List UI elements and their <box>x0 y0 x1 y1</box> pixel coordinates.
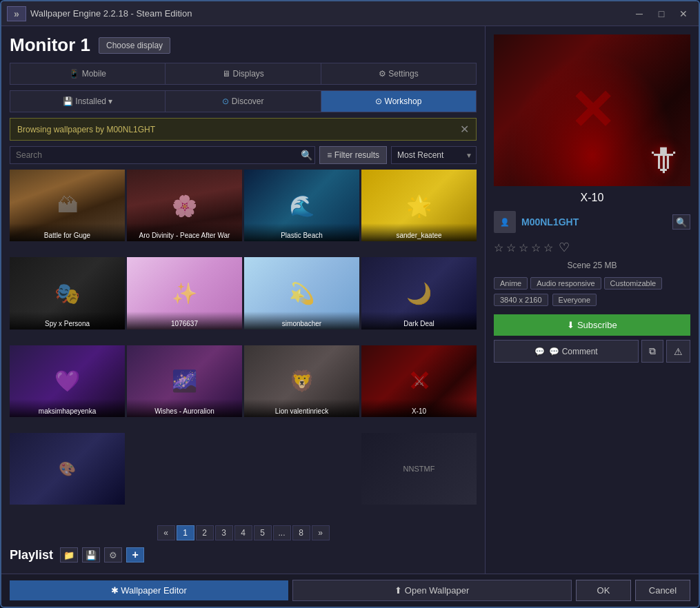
playlist-settings-button[interactable]: ⚙ <box>104 547 122 563</box>
wallpaper-grid: 🏔 Battle for Guge 🌸 Aro Divinity - Peace… <box>10 170 477 518</box>
page-5-button[interactable]: 5 <box>254 525 272 540</box>
grid-item-3[interactable]: 🌊 Plastic Beach <box>244 170 359 241</box>
page-ellipsis-button: ... <box>273 525 291 540</box>
page-4-button[interactable]: 4 <box>234 525 252 540</box>
x10-mark-decoration: ✕ <box>569 79 615 143</box>
ok-button[interactable]: OK <box>576 580 631 601</box>
favorite-button[interactable]: ♡ <box>559 240 570 255</box>
grid-item-label-4: sander_kaatee <box>361 223 477 241</box>
page-next-button[interactable]: » <box>312 525 330 540</box>
star-2[interactable]: ☆ <box>506 241 516 254</box>
grid-item-label-8: Dark Deal <box>361 312 477 330</box>
report-button[interactable]: ⚠ <box>666 340 690 363</box>
grid-item-9[interactable]: 💜 maksimhapeyenka <box>10 345 125 417</box>
expand-button[interactable]: » <box>7 6 26 21</box>
copy-icon: ⧉ <box>649 345 656 357</box>
tab-mobile[interactable]: 📱 Mobile <box>10 63 166 84</box>
grid-item-label-5: Spy x Persona <box>10 312 125 330</box>
tag-audio-responsive[interactable]: Audio responsive <box>530 277 601 290</box>
page-8-button[interactable]: 8 <box>292 525 310 540</box>
sort-wrapper: Most Recent Most Popular Top Rated Most … <box>391 146 477 164</box>
star-3[interactable]: ☆ <box>519 241 528 254</box>
monitor-header: Monitor 1 Choose display <box>10 34 477 56</box>
grid-item-label-12: X-10 <box>361 399 477 417</box>
grid-item-label-11: Lion valentinrieck <box>244 399 359 417</box>
browse-close-button[interactable]: ✕ <box>460 123 469 136</box>
page-3-button[interactable]: 3 <box>215 525 233 540</box>
tab-displays[interactable]: 🖥 Displays <box>166 63 321 84</box>
workshop-icon: ⊙ <box>375 97 382 106</box>
author-row: 👤 M00NL1GHT 🔍 <box>494 211 690 233</box>
grid-item-6[interactable]: ✨ 1076637 <box>127 257 242 329</box>
grid-item-8[interactable]: 🌙 Dark Deal <box>361 257 477 329</box>
playlist-add-button[interactable]: + <box>126 547 144 563</box>
settings-icon: ⚙ <box>379 69 386 79</box>
grid-item-label-6: 1076637 <box>127 312 242 330</box>
grid-item-16[interactable]: NNSTMF <box>361 433 477 505</box>
grid-item-12[interactable]: ✕ ⚔ X-10 <box>361 345 477 417</box>
grid-item-7[interactable]: 💫 simonbacher <box>244 257 359 329</box>
left-panel: Monitor 1 Choose display 📱 Mobile 🖥 Disp… <box>1 26 485 574</box>
playlist-folder-button[interactable]: 📁 <box>60 547 78 563</box>
search-input-wrap: 🔍 <box>10 146 315 164</box>
playlist-bar: Playlist 📁 💾 ⚙ + <box>10 543 477 565</box>
tags-row: Anime Audio responsive Customizable <box>494 277 690 290</box>
tag-customizable[interactable]: Customizable <box>604 277 663 290</box>
avatar-placeholder: 👤 <box>500 218 510 227</box>
grid-item-11[interactable]: 🦁 Lion valentinrieck <box>244 345 359 417</box>
browse-banner: Browsing wallpapers by M00NL1GHT ✕ <box>10 118 477 141</box>
filter-icon: ≡ <box>327 150 332 160</box>
page-2-button[interactable]: 2 <box>196 525 214 540</box>
maximize-button[interactable]: □ <box>652 6 671 21</box>
comment-button[interactable]: 💬 💬 Comment <box>494 340 639 363</box>
content-area: Monitor 1 Choose display 📱 Mobile 🖥 Disp… <box>1 26 699 574</box>
grid-item-1[interactable]: 🏔 Battle for Guge <box>10 170 125 241</box>
search-bar: 🔍 ≡ Filter results Most Recent Most Popu… <box>10 146 477 164</box>
close-button[interactable]: ✕ <box>674 6 693 21</box>
star-4[interactable]: ☆ <box>531 241 541 254</box>
search-icon[interactable]: 🔍 <box>301 150 312 161</box>
sort-select[interactable]: Most Recent Most Popular Top Rated Most … <box>391 146 477 164</box>
playlist-save-button[interactable]: 💾 <box>82 547 100 563</box>
filter-results-button[interactable]: ≡ Filter results <box>319 146 387 164</box>
tag-resolution: 3840 x 2160 <box>494 294 548 306</box>
author-name[interactable]: M00NL1GHT <box>521 216 667 227</box>
main-nav-tabs: 💾 Installed ▾ ⊙ Discover ⊙ Workshop <box>10 90 477 112</box>
choose-display-button[interactable]: Choose display <box>99 37 170 54</box>
flag-icon: ⚠ <box>674 346 683 357</box>
tab-installed[interactable]: 💾 Installed ▾ <box>10 91 166 112</box>
tab-settings[interactable]: ⚙ Settings <box>321 63 476 84</box>
grid-item-label-7: simonbacher <box>244 312 359 330</box>
tab-workshop[interactable]: ⊙ Workshop <box>321 91 476 112</box>
search-input[interactable] <box>10 146 315 164</box>
page-prev-button[interactable]: « <box>157 525 175 540</box>
open-wallpaper-button[interactable]: ⬆ Open Wallpaper <box>292 580 572 601</box>
page-1-button[interactable]: 1 <box>177 525 194 540</box>
author-avatar: 👤 <box>494 211 516 233</box>
installed-icon: 💾 <box>63 97 73 106</box>
tab-discover[interactable]: ⊙ Discover <box>166 91 321 112</box>
cancel-button[interactable]: Cancel <box>635 580 690 601</box>
mobile-icon: 📱 <box>69 69 79 79</box>
browse-text: Browsing wallpapers by M00NL1GHT <box>17 125 155 134</box>
grid-item-label-1: Battle for Guge <box>10 223 125 241</box>
copy-button[interactable]: ⧉ <box>641 340 663 363</box>
wallpaper-editor-button[interactable]: ✱ Wallpaper Editor <box>10 580 288 600</box>
author-search-button[interactable]: 🔍 <box>672 214 690 230</box>
grid-item-10[interactable]: 🌌 Wishes - Auroralion <box>127 345 242 417</box>
grid-item-13[interactable]: 🎨 <box>10 433 125 505</box>
grid-item-2[interactable]: 🌸 Aro Divinity - Peace After War <box>127 170 242 241</box>
star-1[interactable]: ☆ <box>494 241 503 254</box>
displays-icon: 🖥 <box>222 69 230 79</box>
window-title: Wallpaper Engine 2.2.18 - Steam Edition <box>30 8 192 19</box>
grid-item-label-2: Aro Divinity - Peace After War <box>127 223 242 241</box>
minimize-button[interactable]: ─ <box>630 6 649 21</box>
grid-item-4[interactable]: 🌟 sander_kaatee <box>361 170 477 241</box>
subscribe-button[interactable]: ⬇ Subscribe <box>494 314 690 336</box>
discover-icon: ⊙ <box>222 97 229 106</box>
comment-row: 💬 💬 Comment ⧉ ⚠ <box>494 340 690 363</box>
star-5[interactable]: ☆ <box>543 241 553 254</box>
tag-anime[interactable]: Anime <box>494 277 528 290</box>
grid-item-5[interactable]: 🎭 Spy x Persona <box>10 257 125 329</box>
monitor-title: Monitor 1 <box>10 34 90 56</box>
